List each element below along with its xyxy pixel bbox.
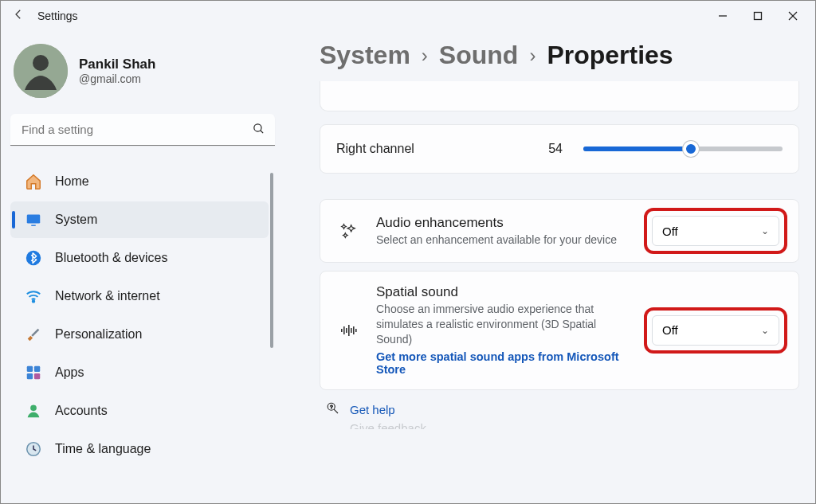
svg-point-11 <box>33 300 35 303</box>
sidebar-item-label: Network & internet <box>55 289 160 303</box>
back-button[interactable] <box>6 7 31 25</box>
wifi-icon <box>25 287 42 305</box>
sidebar-item-label: Accounts <box>55 404 108 418</box>
breadcrumb-system[interactable]: System <box>320 41 410 70</box>
breadcrumb: System › Sound › Properties <box>320 41 799 70</box>
search-box <box>10 114 275 146</box>
highlight-box: Off ⌄ <box>649 312 783 349</box>
home-icon <box>25 173 42 190</box>
svg-point-6 <box>254 124 261 131</box>
svg-rect-15 <box>34 373 40 379</box>
user-email: @gmail.com <box>79 72 155 85</box>
sidebar-item-apps[interactable]: Apps <box>10 354 269 391</box>
sidebar-item-label: Apps <box>55 365 84 380</box>
breadcrumb-properties: Properties <box>547 41 673 70</box>
dropdown-value: Off <box>662 225 678 238</box>
right-channel-slider[interactable] <box>583 147 783 151</box>
audio-enhancements-title: Audio enhancements <box>376 215 633 231</box>
bluetooth-icon <box>25 249 42 267</box>
user-name: Pankil Shah <box>79 57 155 72</box>
search-icon <box>252 122 265 139</box>
feedback-cutoff: Give feedback <box>350 421 799 429</box>
chevron-down-icon: ⌄ <box>761 325 769 336</box>
sidebar-item-accounts[interactable]: Accounts <box>10 393 269 429</box>
svg-rect-19 <box>343 326 345 334</box>
paintbrush-icon <box>25 326 42 343</box>
nav-scrollbar[interactable] <box>270 173 273 348</box>
minimize-button[interactable] <box>705 4 740 28</box>
sidebar-item-label: Personalization <box>55 327 142 342</box>
avatar <box>14 44 68 98</box>
svg-rect-23 <box>353 326 355 334</box>
sidebar-item-system[interactable]: System <box>10 201 269 238</box>
slider-thumb[interactable] <box>683 141 699 157</box>
right-channel-label: Right channel <box>336 142 512 156</box>
svg-text:?: ? <box>330 404 333 409</box>
sidebar-item-bluetooth[interactable]: Bluetooth & devices <box>10 240 269 276</box>
right-channel-value: 54 <box>548 142 563 156</box>
chevron-right-icon: › <box>529 45 536 67</box>
dropdown-value: Off <box>662 323 678 337</box>
sidebar-item-label: System <box>55 213 97 227</box>
svg-rect-18 <box>341 329 343 332</box>
sidebar-item-label: Bluetooth & devices <box>55 251 167 265</box>
spatial-sound-store-link[interactable]: Get more spatial sound apps from Microso… <box>376 350 633 376</box>
system-icon <box>25 211 42 229</box>
svg-rect-13 <box>34 366 40 372</box>
sound-wave-icon <box>336 321 360 340</box>
svg-rect-14 <box>27 373 33 379</box>
sidebar: Pankil Shah @gmail.com Home System <box>1 31 288 504</box>
card-stub-top <box>320 81 799 111</box>
clock-icon <box>25 440 42 458</box>
svg-point-16 <box>30 404 37 411</box>
svg-rect-9 <box>31 225 36 225</box>
svg-rect-21 <box>348 325 350 336</box>
sidebar-item-label: Home <box>55 174 89 189</box>
get-help-link[interactable]: ? Get help <box>326 401 799 418</box>
svg-rect-12 <box>27 366 33 372</box>
spatial-sound-card: Spatial sound Choose an immersive audio … <box>320 271 799 390</box>
svg-line-7 <box>261 131 263 133</box>
right-channel-card: Right channel 54 <box>320 124 799 174</box>
spatial-sound-title: Spatial sound <box>376 284 633 300</box>
spatial-sound-subtitle: Choose an immersive audio experience tha… <box>376 302 633 347</box>
help-icon: ? <box>326 401 340 418</box>
titlebar: Settings <box>1 1 815 31</box>
get-help-label: Get help <box>350 403 395 416</box>
apps-icon <box>25 364 42 381</box>
main-panel: System › Sound › Properties Right channe… <box>288 31 815 504</box>
chevron-right-icon: › <box>422 45 428 67</box>
search-input[interactable] <box>10 114 275 146</box>
highlight-box: Off ⌄ <box>649 213 783 249</box>
sidebar-item-network[interactable]: Network & internet <box>10 278 269 315</box>
close-button[interactable] <box>775 4 810 28</box>
nav-list: Home System Bluetooth & devices Network … <box>10 163 281 467</box>
svg-rect-1 <box>755 13 762 20</box>
app-title: Settings <box>37 10 78 22</box>
maximize-button[interactable] <box>740 4 775 28</box>
chevron-down-icon: ⌄ <box>761 225 769 236</box>
svg-rect-24 <box>355 329 357 332</box>
svg-rect-22 <box>351 328 352 333</box>
breadcrumb-sound[interactable]: Sound <box>439 41 519 70</box>
profile-block[interactable]: Pankil Shah @gmail.com <box>10 39 281 109</box>
spatial-sound-dropdown[interactable]: Off ⌄ <box>652 315 779 346</box>
sparkle-icon <box>336 222 360 240</box>
sidebar-item-time-language[interactable]: Time & language <box>10 431 269 467</box>
sidebar-item-home[interactable]: Home <box>10 163 269 200</box>
svg-rect-20 <box>346 328 347 333</box>
sidebar-item-personalization[interactable]: Personalization <box>10 316 269 353</box>
audio-enhancements-subtitle: Select an enhancement available for your… <box>376 232 633 248</box>
sidebar-item-label: Time & language <box>55 442 151 456</box>
audio-enhancements-dropdown[interactable]: Off ⌄ <box>652 216 779 246</box>
audio-enhancements-card: Audio enhancements Select an enhancement… <box>320 199 799 263</box>
svg-point-5 <box>33 55 49 71</box>
svg-rect-8 <box>27 215 41 224</box>
accounts-icon <box>25 402 42 420</box>
